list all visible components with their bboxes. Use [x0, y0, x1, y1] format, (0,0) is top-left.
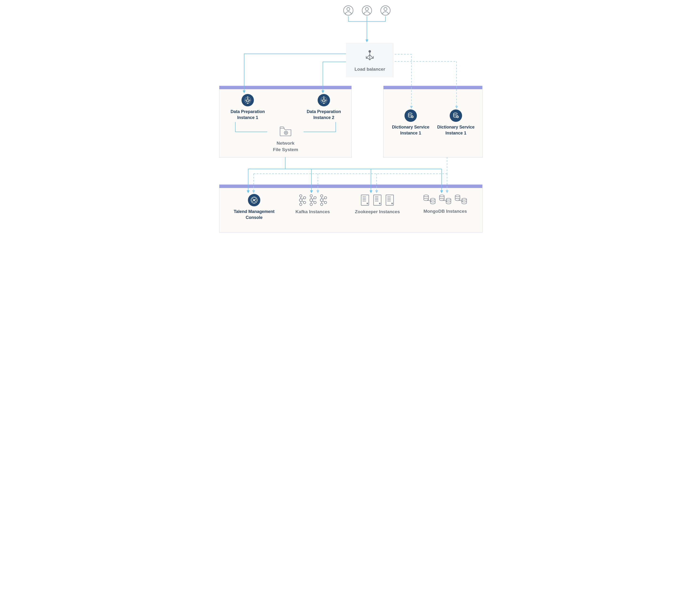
user-icon [380, 5, 391, 17]
nfs: NetworkFile System [268, 125, 303, 153]
dict-1-label: Dictionary ServiceInstance 1 [392, 124, 429, 136]
svg-point-64 [367, 203, 368, 204]
kafka: Kafka Instances [293, 194, 333, 215]
kafka-icon [298, 194, 327, 206]
server-icon [360, 194, 395, 206]
dict-2-label: Dictionary ServiceInstance 1 [437, 124, 474, 136]
svg-point-26 [453, 113, 457, 115]
db-cluster-icon [423, 194, 468, 206]
svg-point-81 [430, 201, 431, 202]
svg-point-36 [303, 201, 306, 204]
svg-line-49 [312, 201, 314, 202]
data-prep-1-label: Data PreparationInstance 1 [230, 109, 265, 121]
svg-point-90 [459, 200, 460, 201]
svg-line-21 [287, 134, 288, 134]
svg-point-33 [299, 199, 302, 202]
svg-line-23 [284, 134, 285, 134]
compass-icon [248, 194, 260, 206]
tmc: Talend ManagementConsole [231, 194, 277, 221]
svg-point-32 [300, 195, 302, 197]
zookeeper: Zookeeper Instances [352, 194, 402, 215]
svg-point-9 [247, 97, 248, 98]
mongodb-label: MongoDB Instances [424, 208, 467, 215]
svg-point-83 [446, 198, 451, 200]
svg-point-41 [310, 195, 312, 197]
svg-point-3 [366, 8, 369, 11]
svg-point-1 [347, 8, 350, 11]
database-plus-icon [450, 109, 462, 122]
users-row [343, 5, 391, 17]
svg-point-82 [440, 195, 444, 197]
svg-point-50 [321, 195, 323, 197]
kafka-label: Kafka Instances [296, 209, 330, 215]
data-prep-2-label: Data PreparationInstance 2 [307, 109, 341, 121]
svg-point-43 [310, 203, 312, 206]
tmc-label: Talend ManagementConsole [234, 209, 275, 221]
svg-point-87 [455, 195, 460, 197]
load-balancer-icon [363, 49, 376, 63]
dict-1: Dictionary ServiceInstance 1 [391, 109, 431, 136]
svg-line-40 [302, 201, 304, 202]
zookeeper-label: Zookeeper Instances [355, 209, 400, 215]
svg-point-78 [430, 198, 435, 200]
user-icon [362, 5, 372, 17]
svg-line-22 [287, 131, 288, 132]
svg-point-76 [392, 203, 393, 204]
nfs-label: NetworkFile System [273, 140, 298, 153]
data-prep-1: Data PreparationInstance 1 [229, 94, 267, 121]
svg-point-5 [384, 8, 387, 11]
svg-point-88 [462, 198, 467, 200]
svg-line-57 [323, 198, 325, 199]
svg-line-39 [302, 198, 304, 199]
flask-icon [318, 94, 330, 106]
load-balancer: Load balancer [346, 43, 394, 77]
svg-point-42 [310, 199, 312, 202]
load-balancer-label: Load balancer [354, 66, 385, 73]
svg-point-35 [303, 197, 306, 199]
svg-point-10 [247, 103, 248, 104]
svg-point-91 [462, 201, 462, 202]
svg-point-34 [300, 203, 302, 206]
svg-point-15 [285, 132, 287, 133]
svg-point-80 [428, 200, 428, 201]
database-plus-icon [404, 109, 417, 122]
svg-point-51 [320, 199, 323, 202]
svg-point-52 [321, 203, 323, 206]
svg-line-58 [323, 201, 325, 202]
svg-point-53 [324, 197, 327, 199]
data-prep-2: Data PreparationInstance 2 [305, 94, 343, 121]
dict-2: Dictionary ServiceInstance 1 [436, 109, 476, 136]
svg-point-45 [314, 201, 316, 204]
svg-point-44 [314, 197, 316, 199]
svg-point-85 [443, 200, 444, 201]
svg-point-70 [379, 203, 380, 204]
svg-line-48 [312, 198, 314, 199]
svg-point-13 [324, 103, 324, 104]
mongodb: MongoDB Instances [419, 194, 471, 215]
svg-point-86 [446, 201, 447, 202]
svg-point-54 [324, 201, 327, 204]
svg-point-12 [324, 97, 324, 98]
svg-point-77 [424, 195, 428, 197]
folder-gear-icon [279, 125, 292, 138]
svg-line-20 [284, 131, 285, 132]
flask-icon [242, 94, 254, 106]
user-icon [343, 5, 354, 17]
svg-point-24 [408, 113, 412, 115]
